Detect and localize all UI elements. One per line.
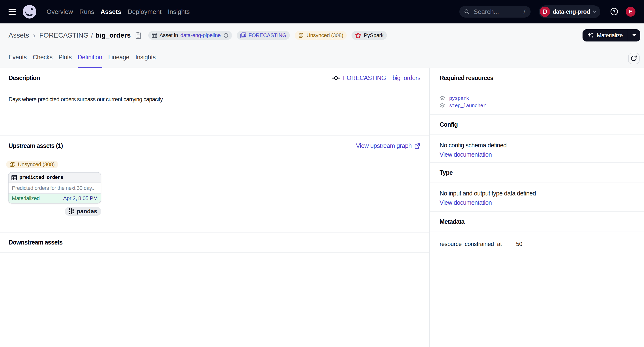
clipboard-icon: [135, 32, 142, 39]
upstream-heading: Upstream assets (1): [8, 142, 63, 149]
tag-label: FORECASTING: [248, 32, 287, 38]
help-icon: ?: [610, 8, 618, 16]
search-icon: [464, 9, 470, 14]
page-header: Assets › FORECASTING / big_orders Asset …: [0, 24, 644, 68]
tag-pyspark[interactable]: PySpark: [352, 31, 387, 40]
job-link-label: FORECASTING__big_orders: [343, 74, 420, 82]
search-input[interactable]: Search... /: [459, 6, 530, 18]
deployment-name: data-eng-prod: [552, 8, 590, 15]
asset-card-description: Predicted orders for the next 30 day...: [8, 183, 101, 194]
asset-card-title: predicted_orders: [19, 175, 63, 180]
downstream-heading: Downstream assets: [8, 239, 62, 246]
materialized-timestamp[interactable]: Apr 2, 8:05 PM: [63, 195, 98, 202]
table-icon: [152, 33, 157, 38]
caret-down-icon: [632, 34, 636, 36]
job-link[interactable]: FORECASTING__big_orders: [332, 74, 420, 82]
metadata-key: resource_constrained_at: [440, 240, 516, 248]
upstream-asset-node: predicted_orders Predicted orders for th…: [8, 168, 101, 216]
nav-item-assets[interactable]: Assets: [100, 8, 121, 16]
materialize-dropdown-button[interactable]: [628, 29, 640, 42]
nav-item-runs[interactable]: Runs: [79, 8, 94, 16]
asset-card[interactable]: predicted_orders Predicted orders for th…: [8, 172, 101, 204]
type-body: No input and output type data defined Vi…: [430, 183, 644, 212]
materialize-button[interactable]: Materialize: [582, 29, 628, 42]
refresh-small-icon[interactable]: [223, 33, 228, 38]
resource-row: pyspark: [440, 95, 634, 102]
tag-group-forecasting[interactable]: FORECASTING: [237, 31, 290, 40]
asset-tabs: Events Checks Plots Definition Lineage I…: [0, 47, 644, 68]
config-body: No config schema defined View documentat…: [430, 135, 644, 163]
job-icon: [332, 75, 340, 81]
sync-alert-icon: [298, 32, 304, 38]
copy-asset-name-button[interactable]: [135, 32, 142, 39]
external-link-icon: [414, 143, 420, 149]
metadata-row: resource_constrained_at 50: [430, 232, 644, 256]
unsynced-status-tag[interactable]: Unsynced (308): [6, 160, 58, 168]
breadcrumb: Assets › FORECASTING / big_orders: [8, 31, 131, 40]
nav-item-insights[interactable]: Insights: [168, 8, 190, 16]
breadcrumb-row: Assets › FORECASTING / big_orders Asset …: [0, 24, 644, 47]
config-message: No config schema defined: [440, 141, 634, 150]
breadcrumb-assets[interactable]: Assets: [8, 32, 29, 39]
top-nav: Overview Runs Assets Deployment Insights…: [0, 0, 644, 24]
help-button[interactable]: ?: [610, 8, 618, 16]
config-docs-link[interactable]: View documentation: [440, 150, 492, 159]
materialize-label: Materialize: [597, 32, 623, 39]
description-header: Description FORECASTING__big_orders: [0, 68, 429, 88]
unsynced-status-label: Unsynced (308): [18, 161, 55, 168]
dagster-app: Overview Runs Assets Deployment Insights…: [0, 0, 644, 347]
layers-icon: [440, 96, 445, 102]
upstream-assets-body: Unsynced (308) predicted_orders Predicte…: [0, 156, 429, 232]
page-title: big_orders: [96, 32, 131, 39]
type-message: No input and output type data defined: [440, 189, 634, 198]
pipeline-link[interactable]: data-eng-pipeline: [180, 32, 221, 38]
layers-icon: [440, 103, 445, 109]
resource-link-pyspark[interactable]: pyspark: [449, 96, 469, 101]
sync-alert-icon: [10, 162, 15, 168]
refresh-icon: [630, 55, 637, 62]
tag-asset-in-pipeline[interactable]: Asset in data-eng-pipeline: [148, 31, 232, 40]
asset-group-icon: [240, 32, 246, 38]
tab-plots[interactable]: Plots: [58, 47, 72, 68]
search-placeholder: Search...: [474, 8, 499, 16]
asset-card-header: predicted_orders: [8, 172, 101, 183]
kind-tag-pandas[interactable]: pandas: [65, 207, 101, 216]
type-docs-link[interactable]: View documentation: [440, 198, 492, 207]
svg-text:?: ?: [613, 9, 616, 14]
nav-item-deployment[interactable]: Deployment: [128, 8, 162, 16]
deployment-switcher[interactable]: D data-eng-prod: [539, 5, 600, 18]
tab-insights[interactable]: Insights: [136, 47, 156, 68]
table-icon: [12, 175, 17, 180]
nav-item-overview[interactable]: Overview: [46, 8, 73, 16]
tab-lineage[interactable]: Lineage: [108, 47, 129, 68]
config-heading: Config: [430, 115, 644, 135]
tab-events[interactable]: Events: [8, 47, 26, 68]
tag-unsynced[interactable]: Unsynced (308): [295, 31, 347, 40]
tab-definition[interactable]: Definition: [78, 47, 102, 68]
refresh-button[interactable]: [628, 53, 640, 64]
view-upstream-graph-link[interactable]: View upstream graph: [356, 142, 420, 149]
definition-content: Description FORECASTING__big_orders Days…: [0, 68, 644, 347]
tab-checks[interactable]: Checks: [33, 47, 52, 68]
chevron-down-icon: [592, 10, 597, 13]
breadcrumb-group[interactable]: FORECASTING: [39, 32, 88, 39]
tag-label: PySpark: [364, 32, 384, 38]
sidebar: Required resources pyspark step_launcher…: [429, 68, 644, 347]
resource-row: step_launcher: [440, 102, 634, 110]
main-column: Description FORECASTING__big_orders Days…: [0, 68, 429, 347]
spark-star-icon: [355, 32, 361, 38]
dagster-logo-icon[interactable]: [23, 5, 36, 18]
view-upstream-graph-label: View upstream graph: [356, 142, 412, 149]
kind-tag-label: pandas: [76, 208, 97, 215]
required-resources-heading: Required resources: [430, 68, 644, 88]
description-text: Days where predicted orders surpass our …: [0, 88, 429, 136]
asset-card-footer: Materialized Apr 2, 8:05 PM: [8, 194, 101, 203]
menu-icon[interactable]: [8, 9, 16, 15]
resource-link-step-launcher[interactable]: step_launcher: [449, 103, 486, 108]
search-shortcut: /: [524, 8, 525, 16]
deployment-badge: D: [540, 6, 550, 17]
type-heading: Type: [430, 163, 644, 183]
user-avatar[interactable]: E: [626, 7, 636, 16]
description-heading: Description: [8, 74, 40, 82]
required-resources-body: pyspark step_launcher: [430, 88, 644, 115]
